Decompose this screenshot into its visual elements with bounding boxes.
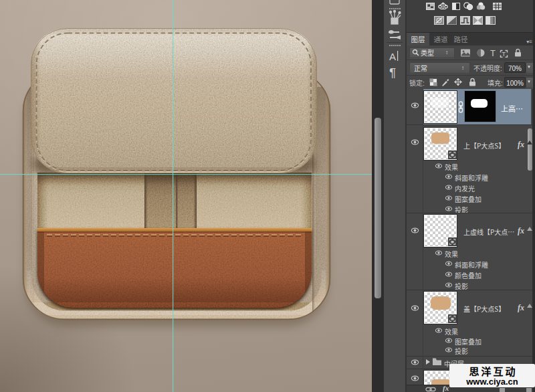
svg-text:¶: ¶ xyxy=(389,66,396,80)
svg-text:A: A xyxy=(389,51,396,62)
svg-text:T: T xyxy=(490,48,496,58)
svg-text:T: T xyxy=(502,51,506,58)
